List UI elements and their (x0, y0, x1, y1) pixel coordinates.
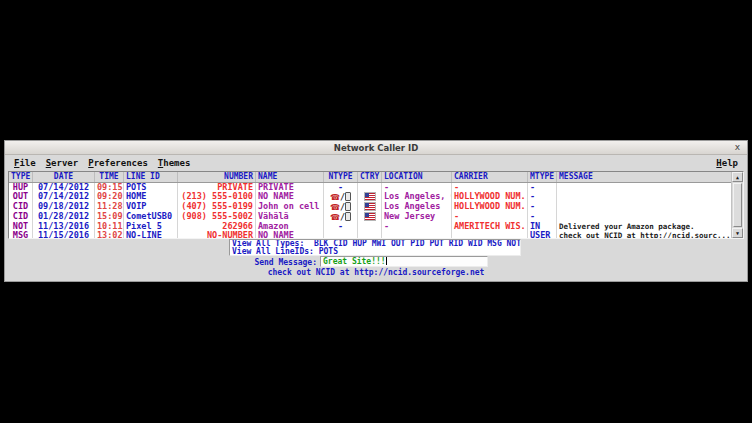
cell-mtype: - (528, 183, 557, 192)
cell-mtype: - (528, 212, 557, 222)
column-header-number: NUMBER (178, 172, 256, 182)
menu-help[interactable]: Help (711, 158, 743, 168)
vertical-scrollbar[interactable]: ▲ ▼ (731, 172, 743, 238)
cell-location: - (382, 183, 452, 192)
cell-carrier: HOLLYWOOD NUM... (452, 192, 528, 202)
ncid-window: Network Caller ID x FileServerPreference… (4, 140, 748, 282)
cell-ctry (358, 212, 382, 222)
cell-name: NO NAME (256, 231, 324, 238)
send-message-input[interactable]: Great Site!!! (320, 256, 488, 267)
cell-time: 10:11 (95, 222, 124, 231)
table-main: TYPEDATETIMELINE IDNUMBERNAMENTYPECTRYLO… (9, 172, 731, 238)
menubar: FileServerPreferencesThemesHelp (5, 155, 747, 171)
cell-type: NOT (9, 222, 33, 231)
cell-date: 07/14/2012 (33, 192, 95, 202)
text-cursor (386, 257, 387, 265)
cell-ntype: ☎/ (324, 192, 358, 202)
table-row[interactable]: CID09/18/201211:28VOIP(407) 555-0199John… (9, 202, 731, 212)
table-row[interactable]: OUT07/14/201209:20HOME(213) 555-0100NO N… (9, 192, 731, 202)
cellphone-icon (345, 212, 351, 221)
cell-name: NO NAME (256, 192, 324, 202)
cell-location: Los Angeles (382, 202, 452, 212)
view-all-lineids-line: View All LineIDs: POTS (232, 248, 518, 256)
cell-carrier: - (452, 183, 528, 192)
menu-preferences[interactable]: Preferences (83, 158, 153, 168)
cell-ntype: - (324, 222, 358, 231)
cell-location: New Jersey (382, 212, 452, 222)
cell-ctry (358, 192, 382, 202)
cell-number: (908) 555-5002 (178, 212, 256, 222)
cell-time: 09:15 (95, 183, 124, 192)
cell-number: (407) 555-0199 (178, 202, 256, 212)
cell-number: NO-NUMBER (178, 231, 256, 238)
cell-name: Vähälä (256, 212, 324, 222)
cell-name: Amazon (256, 222, 324, 231)
call-log-table: TYPEDATETIMELINE IDNUMBERNAMENTYPECTRYLO… (8, 171, 744, 239)
cell-lineid: CometUSB0 (124, 212, 178, 222)
menu-server[interactable]: Server (41, 158, 84, 168)
us-flag-icon (365, 203, 375, 210)
column-header-name: NAME (256, 172, 324, 182)
cell-time: 13:02 (95, 231, 124, 238)
cell-mtype: USER (528, 231, 557, 238)
menu-themes[interactable]: Themes (153, 158, 196, 168)
cell-date: 09/18/2012 (33, 202, 95, 212)
cell-carrier (452, 231, 528, 238)
cell-type: CID (9, 212, 33, 222)
cell-type: OUT (9, 192, 33, 202)
table-row[interactable]: MSG11/15/201613:02NO-LINENO-NUMBERNO NAM… (9, 231, 731, 238)
window-title: Network Caller ID (334, 143, 418, 153)
table-header-row: TYPEDATETIMELINE IDNUMBERNAMENTYPECTRYLO… (9, 172, 731, 183)
cell-message: check out NCID at http://ncid.sourc... (557, 231, 731, 238)
scroll-up-icon[interactable]: ▲ (732, 172, 743, 182)
column-header-location: LOCATION (382, 172, 452, 182)
cell-name: John on cell (256, 202, 324, 212)
us-flag-icon (365, 193, 375, 200)
cell-location: - (382, 222, 452, 231)
cell-message: Delivered your Amazon package. (557, 222, 731, 231)
table-body: HUP07/14/201209:15POTSPRIVATEPRIVATE----… (9, 183, 731, 238)
footer-note: check out NCID at http://ncid.sourceforg… (5, 268, 747, 277)
cellphone-icon (345, 202, 351, 211)
scrollbar-thumb[interactable] (733, 183, 742, 227)
menu-file[interactable]: File (9, 158, 41, 168)
view-all-status-box: View All Types: BLK CID HUP MWI OUT PID … (229, 239, 521, 256)
cell-ntype: ☎/ (324, 202, 358, 212)
column-header-mtype: MTYPE (528, 172, 557, 182)
telephone-icon: ☎ (330, 213, 340, 222)
cell-number: PRIVATE (178, 183, 256, 192)
cell-ctry (358, 183, 382, 192)
column-header-type: TYPE (9, 172, 33, 182)
titlebar: Network Caller ID x (5, 141, 747, 155)
cell-type: HUP (9, 183, 33, 192)
column-header-time: TIME (95, 172, 124, 182)
cell-date: 11/13/2016 (33, 222, 95, 231)
cell-mtype: - (528, 192, 557, 202)
scroll-down-icon[interactable]: ▼ (732, 228, 743, 238)
table-row[interactable]: CID01/28/201215:09CometUSB0(908) 555-500… (9, 212, 731, 222)
cell-ctry (358, 222, 382, 231)
cell-date: 11/15/2016 (33, 231, 95, 238)
cell-time: 09:20 (95, 192, 124, 202)
cell-number: (213) 555-0100 (178, 192, 256, 202)
cell-time: 15:09 (95, 212, 124, 222)
cell-message (557, 212, 731, 222)
column-header-date: DATE (33, 172, 95, 182)
us-flag-icon (365, 213, 375, 220)
cell-date: 07/14/2012 (33, 183, 95, 192)
telephone-icon: ☎ (330, 203, 340, 212)
cell-mtype: IN (528, 222, 557, 231)
table-row[interactable]: NOT11/13/201610:11Pixel 5262966Amazon--A… (9, 222, 731, 231)
column-header-ctry: CTRY (358, 172, 382, 182)
column-header-message: MESSAGE (557, 172, 731, 182)
send-message-label: Send Message: (233, 258, 317, 267)
table-row[interactable]: HUP07/14/201209:15POTSPRIVATEPRIVATE---- (9, 183, 731, 192)
cell-ntype: - (324, 183, 358, 192)
cell-mtype: - (528, 202, 557, 212)
cell-message (557, 202, 731, 212)
cell-location: Los Angeles, CA (382, 192, 452, 202)
cell-lineid: NO-LINE (124, 231, 178, 238)
column-header-lineid: LINE ID (124, 172, 178, 182)
close-icon[interactable]: x (735, 141, 740, 154)
cell-carrier: - (452, 212, 528, 222)
